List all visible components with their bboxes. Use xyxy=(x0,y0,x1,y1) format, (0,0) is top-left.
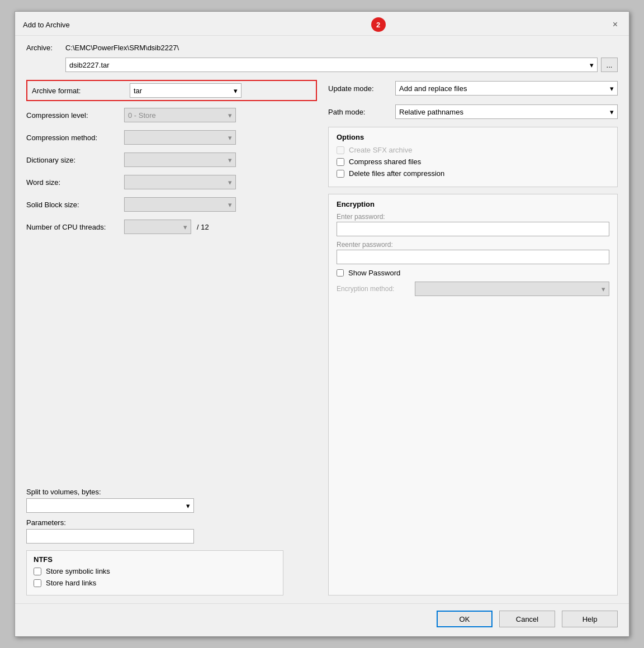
word-size-row: Word size: ▾ xyxy=(26,174,317,190)
split-volumes-label: Split to volumes, bytes: xyxy=(26,488,317,496)
path-mode-label: Path mode: xyxy=(328,108,395,116)
left-column: Archive format: tar ▾ Compression level:… xyxy=(26,80,317,595)
encryption-method-arrow: ▾ xyxy=(602,285,605,293)
dictionary-size-row: Dictionary size: ▾ xyxy=(26,151,317,168)
compress-shared-label: Compress shared files xyxy=(349,158,421,166)
delete-after-checkbox[interactable] xyxy=(337,170,344,178)
badge: 2 xyxy=(371,17,386,32)
reenter-password-label: Reenter password: xyxy=(337,241,609,249)
encryption-method-label: Encryption method: xyxy=(337,285,409,293)
compression-level-value: 0 - Store xyxy=(128,111,156,120)
split-volumes-input[interactable]: ▾ xyxy=(26,498,194,513)
enter-password-input[interactable] xyxy=(337,222,609,236)
options-box: Options Create SFX archive Compress shar… xyxy=(328,127,618,187)
dialog-title: Add to Archive xyxy=(23,21,70,29)
solid-block-size-row: Solid Block size: ▾ xyxy=(26,196,317,213)
solid-block-size-select[interactable]: ▾ xyxy=(124,197,236,212)
store-symbolic-links-checkbox[interactable] xyxy=(34,568,41,575)
create-sfx-label: Create SFX archive xyxy=(349,146,412,154)
update-mode-select[interactable]: Add and replace files ▾ xyxy=(395,81,618,96)
parameters-label: Parameters: xyxy=(26,518,317,527)
split-volumes-row: Split to volumes, bytes: ▾ xyxy=(26,488,317,513)
archive-path: C:\EMC\PowerFlex\SRM\dsib2227\ xyxy=(65,44,179,52)
archive-format-arrow: ▾ xyxy=(234,87,238,95)
update-mode-label: Update mode: xyxy=(328,84,395,93)
update-mode-row: Update mode: Add and replace files ▾ xyxy=(328,80,618,97)
solid-block-size-arrow: ▾ xyxy=(228,201,232,209)
dictionary-size-arrow: ▾ xyxy=(228,156,232,164)
add-to-archive-dialog: Add to Archive 2 × Archive: C:\EMC\Power… xyxy=(15,11,629,637)
encryption-title: Encryption xyxy=(337,200,609,208)
cpu-threads-row: Number of CPU threads: ▾ / 12 xyxy=(26,218,317,235)
encryption-method-select[interactable]: ▾ xyxy=(415,282,609,296)
reenter-password-input[interactable] xyxy=(337,250,609,264)
store-hard-links-item: Store hard links xyxy=(34,579,276,587)
title-bar: Add to Archive 2 × xyxy=(15,12,629,36)
archive-format-select[interactable]: tar ▾ xyxy=(130,83,242,98)
cpu-threads-label: Number of CPU threads: xyxy=(26,223,124,231)
split-volumes-arrow: ▾ xyxy=(186,502,190,510)
compression-method-select[interactable]: ▾ xyxy=(124,130,236,145)
archive-format-label: Archive format: xyxy=(32,87,130,95)
word-size-select[interactable]: ▾ xyxy=(124,175,236,189)
two-column-layout: Archive format: tar ▾ Compression level:… xyxy=(26,80,618,595)
store-symbolic-links-label: Store symbolic links xyxy=(46,567,110,575)
show-password-checkbox[interactable] xyxy=(337,269,344,277)
compression-method-arrow: ▾ xyxy=(228,134,232,142)
show-password-row: Show Password xyxy=(337,269,609,277)
dictionary-size-label: Dictionary size: xyxy=(26,156,124,164)
ntfs-box: NTFS Store symbolic links Store hard lin… xyxy=(26,550,283,595)
right-column: Update mode: Add and replace files ▾ Pat… xyxy=(328,80,618,595)
archive-input-row: dsib2227.tar ▾ ... xyxy=(65,58,618,72)
ntfs-title: NTFS xyxy=(34,555,276,564)
path-mode-arrow: ▾ xyxy=(610,108,614,116)
footer: OK Cancel Help xyxy=(15,603,629,636)
delete-after-item: Delete files after compression xyxy=(337,169,609,178)
cancel-button[interactable]: Cancel xyxy=(499,611,555,627)
ok-button[interactable]: OK xyxy=(437,611,493,627)
compression-level-select[interactable]: 0 - Store ▾ xyxy=(124,108,236,122)
encryption-box: Encryption Enter password: Reenter passw… xyxy=(328,194,618,595)
dictionary-size-select[interactable]: ▾ xyxy=(124,153,236,167)
word-size-label: Word size: xyxy=(26,178,124,187)
path-mode-select[interactable]: Relative pathnames ▾ xyxy=(395,104,618,119)
path-mode-row: Path mode: Relative pathnames ▾ xyxy=(328,103,618,120)
show-password-label: Show Password xyxy=(348,269,400,277)
path-mode-value: Relative pathnames xyxy=(399,108,463,116)
update-mode-arrow: ▾ xyxy=(610,84,614,93)
browse-button[interactable]: ... xyxy=(601,58,618,72)
create-sfx-item: Create SFX archive xyxy=(337,146,609,154)
compress-shared-item: Compress shared files xyxy=(337,158,609,166)
cpu-threads-arrow: ▾ xyxy=(183,223,187,231)
archive-format-value: tar xyxy=(134,87,142,95)
parameters-input[interactable] xyxy=(26,529,194,544)
title-bar-left: Add to Archive xyxy=(23,21,70,29)
word-size-arrow: ▾ xyxy=(228,178,232,187)
store-hard-links-label: Store hard links xyxy=(46,579,96,587)
archive-label: Archive: xyxy=(26,44,60,52)
delete-after-label: Delete files after compression xyxy=(349,169,444,178)
archive-format-row: Archive format: tar ▾ xyxy=(26,80,317,101)
spacer xyxy=(26,241,317,488)
encryption-method-row: Encryption method: ▾ xyxy=(337,282,609,296)
parameters-row: Parameters: xyxy=(26,518,317,544)
compression-level-arrow: ▾ xyxy=(228,111,232,120)
compression-level-row: Compression level: 0 - Store ▾ xyxy=(26,107,317,123)
compress-shared-checkbox[interactable] xyxy=(337,158,344,166)
close-button[interactable]: × xyxy=(609,18,621,31)
update-mode-value: Add and replace files xyxy=(399,84,467,93)
archive-filename-input[interactable]: dsib2227.tar ▾ xyxy=(65,58,598,72)
solid-block-size-label: Solid Block size: xyxy=(26,201,124,209)
compression-method-row: Compression method: ▾ xyxy=(26,129,317,146)
create-sfx-checkbox[interactable] xyxy=(337,146,344,154)
dialog-body: Archive: C:\EMC\PowerFlex\SRM\dsib2227\ … xyxy=(15,36,629,603)
cpu-count: / 12 xyxy=(197,223,209,231)
cpu-threads-select[interactable]: ▾ xyxy=(124,220,191,234)
options-title: Options xyxy=(337,133,609,141)
compression-level-label: Compression level: xyxy=(26,111,124,120)
store-hard-links-checkbox[interactable] xyxy=(34,579,41,587)
help-button[interactable]: Help xyxy=(562,611,618,627)
archive-path-row: Archive: C:\EMC\PowerFlex\SRM\dsib2227\ xyxy=(26,44,618,52)
compression-method-label: Compression method: xyxy=(26,134,124,142)
enter-password-label: Enter password: xyxy=(337,213,609,221)
